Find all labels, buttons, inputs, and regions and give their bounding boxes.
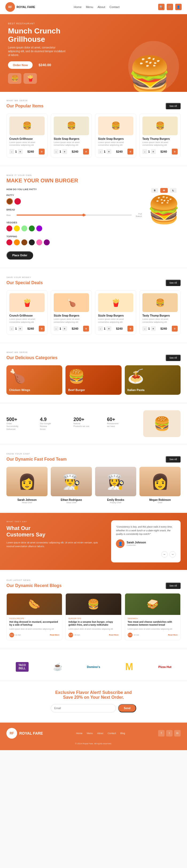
add-to-cart-1[interactable]: + (83, 149, 89, 155)
special-qty-minus-1[interactable]: - (54, 326, 59, 331)
size-m[interactable]: M (160, 188, 168, 193)
special-qty-minus-0[interactable]: - (9, 326, 14, 331)
item-controls-1: - 1 + $240 + (54, 149, 89, 155)
special-price-0: $240 (28, 327, 34, 330)
profile-icon[interactable]: 👤 (175, 4, 182, 10)
item-controls-3: - 1 + $240 + (142, 149, 178, 155)
team-see-all-button[interactable]: See All (165, 456, 181, 463)
topping-6[interactable] (44, 240, 50, 245)
special-add-2[interactable]: + (127, 326, 133, 332)
special-qty-plus-1[interactable]: + (62, 326, 67, 331)
testimonial-next-button[interactable]: → (170, 551, 176, 558)
special-see-all-button[interactable]: See All (165, 280, 181, 286)
qty-minus-1[interactable]: - (54, 149, 59, 154)
special-qty-minus-2[interactable]: - (98, 326, 103, 331)
qty-plus-2[interactable]: + (107, 149, 111, 154)
place-order-button[interactable]: Place Order (6, 251, 33, 259)
item-desc-3: Lorem ipsum dolor sit amet consectetur a… (142, 141, 178, 147)
stat-label-3: Restaurantswe have (107, 422, 138, 428)
patty-opt-brown[interactable] (6, 198, 13, 205)
team-title: Our Dynamic Fast Food Team (6, 457, 67, 462)
special-qty-minus-3[interactable]: - (142, 326, 147, 331)
footer-twitter-icon[interactable]: t (166, 730, 173, 737)
veggie-tomato[interactable] (6, 225, 12, 231)
topping-5[interactable] (36, 240, 42, 245)
qty-minus-2[interactable]: - (98, 149, 103, 154)
footer-linkedin-icon[interactable]: in (174, 730, 181, 737)
hero-thumb-1[interactable]: 🍔 (8, 73, 22, 84)
size-l[interactable]: L (170, 188, 177, 193)
cart-icon[interactable]: 🛒 (167, 4, 173, 10)
veggie-onion[interactable] (36, 225, 42, 231)
footer-facebook-icon[interactable]: f (158, 730, 164, 737)
testimonial-title: What OurCustomers Say (6, 525, 106, 538)
nav-contact[interactable]: Contact (110, 5, 120, 8)
topping-3[interactable] (22, 240, 27, 245)
team-photo-0: 👩 (6, 467, 47, 496)
add-to-cart-0[interactable]: + (39, 149, 45, 155)
special-add-1[interactable]: + (83, 326, 89, 332)
search-icon[interactable]: 🔍 (158, 4, 164, 10)
raw-label: Raw (6, 214, 14, 216)
special-deals-grid: 🍟 Crunch Grillhouse Lorem ipsum dolor si… (6, 290, 181, 335)
testimonial-author-name: Sarah Johnson (126, 541, 146, 544)
add-to-cart-3[interactable]: + (172, 149, 178, 155)
newsletter-submit-button[interactable]: Send (118, 704, 136, 712)
special-qty-plus-0[interactable]: + (18, 326, 23, 331)
topping-4[interactable] (29, 240, 35, 245)
category-beef-burger[interactable]: 🍔 Beef Burger (66, 365, 121, 395)
footer-nav-about[interactable]: About (97, 732, 103, 735)
brand-taco-bell-logo: TACOBELL (16, 662, 29, 672)
footer-nav-contact[interactable]: Contact (108, 732, 116, 735)
special-qty-0: - 1 + (9, 326, 23, 331)
blogs-tag: OUR LATEST NEWS (6, 579, 181, 582)
bread-slider[interactable] (16, 215, 132, 216)
blog-read-more-1[interactable]: Read More (109, 634, 119, 636)
size-options: S M L (151, 188, 177, 193)
special-add-0[interactable]: + (39, 326, 45, 332)
qty-minus-0[interactable]: - (9, 149, 14, 154)
qty-plus-1[interactable]: + (62, 149, 67, 154)
team-name-0: Sarah Johnson (6, 498, 47, 501)
qty-minus-3[interactable]: - (142, 149, 147, 154)
footer-brand-name: ROYAL FARE (19, 731, 43, 736)
footer-nav-menu[interactable]: Menu (87, 732, 93, 735)
topping-1[interactable] (6, 240, 12, 245)
veggie-options (6, 225, 142, 231)
size-s[interactable]: S (151, 188, 158, 193)
topping-2[interactable] (14, 240, 20, 245)
team-photo-3: 👩 (140, 467, 181, 496)
patty-opt-red[interactable] (14, 198, 21, 205)
special-add-3[interactable]: + (172, 326, 178, 332)
blog-title-1: Indulge in a sesame bun burger, crispy g… (68, 621, 118, 627)
brand-pizza-hut-logo: Pizza Hut (158, 665, 172, 669)
veggie-corn[interactable] (14, 225, 20, 231)
veggie-cucumber[interactable] (29, 225, 35, 231)
categories-grid: 🍗 Chicken Wings 🍔 Beef Burger 🍝 Italian … (6, 365, 181, 395)
category-italian-pasta[interactable]: 🍝 Italian Pasta (125, 365, 181, 395)
hero-thumb-2[interactable]: 🍟 (24, 73, 37, 84)
footer-nav-home[interactable]: Home (76, 732, 82, 735)
nav-menu[interactable]: Menu (86, 5, 93, 8)
special-qty-plus-2[interactable]: + (107, 326, 111, 331)
qty-plus-0[interactable]: + (18, 149, 23, 154)
categories-see-all-button[interactable]: See All (165, 354, 181, 361)
add-to-cart-2[interactable]: + (127, 149, 133, 155)
category-chicken-wings[interactable]: 🍗 Chicken Wings (6, 365, 62, 395)
veggie-lettuce[interactable] (22, 225, 27, 231)
testimonial-prev-button[interactable]: ← (161, 551, 168, 558)
blog-read-more-2[interactable]: Read More (168, 634, 178, 636)
blog-read-more-0[interactable]: Read More (50, 634, 60, 636)
nav-home[interactable]: Home (74, 5, 81, 8)
footer-nav-blog[interactable]: Blog (120, 732, 125, 735)
blogs-see-all-button[interactable]: See All (165, 583, 181, 589)
special-qty-plus-3[interactable]: + (151, 326, 156, 331)
popular-see-all-button[interactable]: See All (165, 103, 181, 109)
special-deals-section: SAVE YOUR MONEY Our Special Deals See Al… (0, 269, 187, 342)
special-controls-3: - 1 + $240 + (142, 326, 178, 332)
order-now-button[interactable]: Order Now (8, 61, 33, 69)
newsletter-email-input[interactable] (51, 704, 116, 712)
qty-plus-3[interactable]: + (151, 149, 156, 154)
nav-about[interactable]: About (98, 5, 105, 8)
testimonial-author: 👤 Sarah Johnson Customer (116, 539, 176, 548)
